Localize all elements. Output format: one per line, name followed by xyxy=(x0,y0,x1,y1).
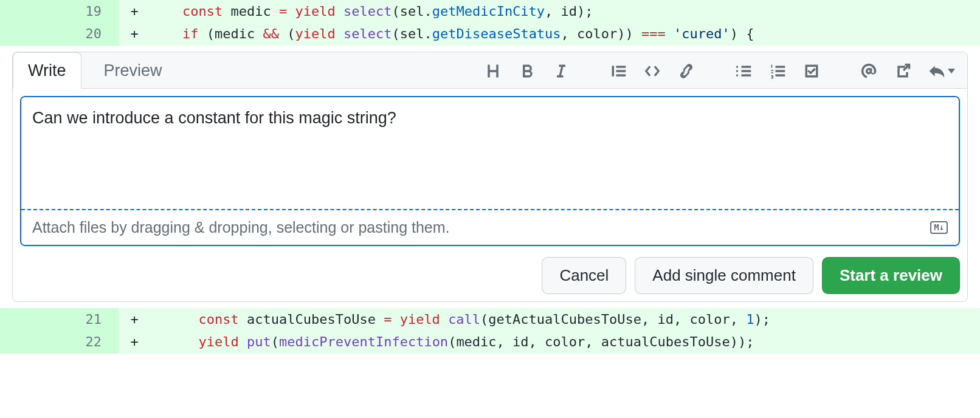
comment-actions: Cancel Add single comment Start a review xyxy=(20,257,960,294)
markdown-toolbar xyxy=(480,54,960,88)
line-number[interactable]: 19 xyxy=(0,0,119,22)
comment-textarea-wrap: Attach files by dragging & dropping, sel… xyxy=(20,96,960,246)
code: if (medic && (yield select(sel.getDiseas… xyxy=(150,22,980,45)
heading-icon[interactable] xyxy=(485,63,502,80)
diff-line[interactable]: 19 + const medic = yield select(sel.getM… xyxy=(0,0,980,22)
tab-preview[interactable]: Preview xyxy=(89,52,178,89)
cross-reference-icon[interactable] xyxy=(894,63,911,80)
code-icon[interactable] xyxy=(644,63,661,80)
tasklist-icon[interactable] xyxy=(803,63,820,80)
attach-hint[interactable]: Attach files by dragging & dropping, sel… xyxy=(21,209,959,245)
ordered-list-icon[interactable] xyxy=(769,63,786,80)
start-review-button[interactable]: Start a review xyxy=(822,257,960,294)
cancel-button[interactable]: Cancel xyxy=(542,257,626,294)
diff-line[interactable]: 21 + const actualCubesToUse = yield call… xyxy=(0,308,980,331)
diff-line[interactable]: 22 + yield put(medicPreventInfection(med… xyxy=(0,331,980,353)
comment-textarea[interactable] xyxy=(21,97,959,207)
attach-hint-text: Attach files by dragging & dropping, sel… xyxy=(32,219,450,236)
unordered-list-icon[interactable] xyxy=(735,63,752,80)
diff-marker: + xyxy=(119,0,150,22)
diff-hunk: 19 + const medic = yield select(sel.getM… xyxy=(0,0,980,46)
comment-tab-toolbar: Write Preview xyxy=(13,52,967,89)
line-number[interactable]: 20 xyxy=(0,22,119,45)
tab-write[interactable]: Write xyxy=(13,52,81,89)
inline-comment-form: Write Preview xyxy=(0,46,980,308)
markdown-badge-icon[interactable]: M↓ xyxy=(930,221,948,234)
diff-marker: + xyxy=(119,308,150,331)
add-single-comment-button[interactable]: Add single comment xyxy=(635,257,813,294)
line-number[interactable]: 21 xyxy=(0,308,119,331)
diff-marker: + xyxy=(119,22,150,45)
diff-marker: + xyxy=(119,331,150,353)
quote-icon[interactable] xyxy=(610,63,627,80)
link-icon[interactable] xyxy=(678,63,695,80)
line-number[interactable]: 22 xyxy=(0,331,119,353)
bold-icon[interactable] xyxy=(519,63,536,80)
code: const actualCubesToUse = yield call(getA… xyxy=(150,308,980,331)
code: const medic = yield select(sel.getMedicI… xyxy=(150,0,980,22)
diff-line[interactable]: 20 + if (medic && (yield select(sel.getD… xyxy=(0,22,980,45)
reply-icon[interactable] xyxy=(928,63,955,80)
italic-icon[interactable] xyxy=(553,63,570,80)
code: yield put(medicPreventInfection(medic, i… xyxy=(150,331,980,353)
diff-hunk: 21 + const actualCubesToUse = yield call… xyxy=(0,308,980,354)
mention-icon[interactable] xyxy=(860,63,877,80)
